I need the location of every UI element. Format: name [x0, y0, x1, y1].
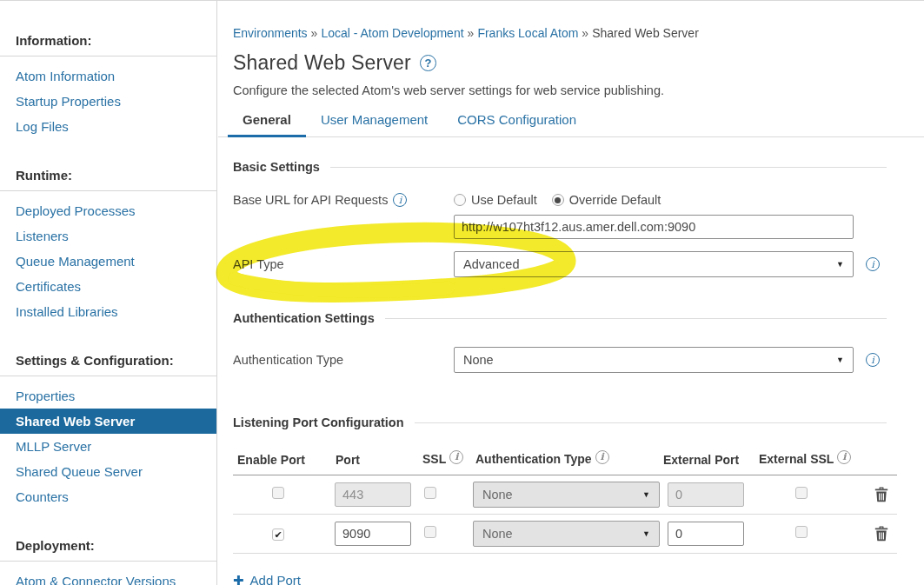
sidebar-item-atom-information[interactable]: Atom Information — [0, 63, 216, 89]
section-rule — [415, 422, 887, 423]
section-basic-settings: Basic Settings — [233, 160, 887, 174]
delete-port-button[interactable] — [874, 526, 888, 542]
help-icon[interactable]: ? — [420, 55, 436, 71]
breadcrumb-link-environment[interactable]: Local - Atom Development — [321, 26, 463, 40]
radio-dot — [555, 197, 561, 203]
col-port: Port — [333, 453, 422, 467]
sidebar-item-shared-queue-server[interactable]: Shared Queue Server — [0, 459, 216, 484]
radio-use-default-label: Use Default — [471, 193, 537, 207]
radio-override-default-control[interactable] — [552, 194, 564, 206]
section-listening-port-configuration-label: Listening Port Configuration — [233, 415, 404, 429]
radio-use-default[interactable]: Use Default — [454, 193, 537, 207]
section-rule — [330, 167, 887, 168]
sidebar-item-counters[interactable]: Counters — [0, 484, 216, 509]
dropdown-caret-icon: ▼ — [642, 490, 650, 499]
sidebar-item-deployed-processes[interactable]: Deployed Processes — [0, 198, 216, 223]
dropdown-caret-icon: ▼ — [642, 529, 650, 538]
tab-user-management[interactable]: User Management — [306, 112, 442, 137]
sidebar-item-properties[interactable]: Properties — [0, 383, 216, 409]
delete-port-button[interactable] — [874, 487, 888, 502]
enable-port-checkbox[interactable]: ✔ — [272, 528, 284, 541]
authentication-type-select[interactable]: None ▼ — [454, 347, 854, 373]
breadcrumb-link-atom[interactable]: Franks Local Atom — [477, 26, 578, 40]
section-listening-port-configuration: Listening Port Configuration — [233, 415, 887, 429]
external-ssl-info-icon[interactable]: i — [837, 450, 851, 464]
main-panel: Environments»Local - Atom Development»Fr… — [218, 1, 924, 585]
auth-type-info-icon[interactable]: i — [595, 450, 609, 464]
sidebar-item-log-files[interactable]: Log Files — [0, 114, 216, 139]
settings-sidebar: Information: Atom Information Startup Pr… — [0, 1, 217, 585]
section-basic-settings-label: Basic Settings — [233, 160, 320, 174]
col-external-port: External Port — [663, 453, 756, 467]
breadcrumb-current: Shared Web Server — [592, 26, 699, 40]
breadcrumb: Environments»Local - Atom Development»Fr… — [233, 26, 924, 40]
port-row-9090: ✔ ✔ None▼ ✔ — [233, 515, 897, 554]
port-row-443: ✔ ✔ None▼ ✔ — [233, 475, 897, 515]
col-enable-port: Enable Port — [233, 453, 333, 467]
sidebar-item-installed-libraries[interactable]: Installed Libraries — [0, 299, 216, 324]
breadcrumb-separator: » — [578, 26, 592, 40]
plus-icon: ✚ — [233, 573, 244, 585]
add-port-label: Add Port — [250, 573, 301, 585]
sidebar-item-shared-web-server[interactable]: Shared Web Server — [0, 409, 216, 434]
api-type-select[interactable]: Advanced ▼ — [454, 251, 854, 277]
authentication-type-label: Authentication Type — [233, 353, 343, 367]
port-table: Enable Port Port SSLi Authentication Typ… — [233, 452, 897, 554]
breadcrumb-link-environments[interactable]: Environments — [233, 26, 308, 40]
authentication-type-value: None — [463, 353, 494, 367]
radio-override-default-label: Override Default — [569, 193, 661, 207]
row-auth-type-select[interactable]: None▼ — [473, 521, 660, 547]
ssl-info-icon[interactable]: i — [449, 450, 463, 464]
breadcrumb-separator: » — [308, 26, 322, 40]
page-subtitle: Configure the selected Atom's web server… — [233, 83, 924, 97]
sidebar-item-atom-connector-versions[interactable]: Atom & Connector Versions — [0, 568, 216, 585]
check-icon: ✔ — [274, 530, 282, 540]
api-type-info-icon[interactable]: i — [866, 257, 880, 271]
authentication-type-info-icon[interactable]: i — [866, 353, 880, 367]
dropdown-caret-icon: ▼ — [836, 356, 844, 364]
tab-general[interactable]: General — [228, 112, 306, 137]
ssl-checkbox[interactable]: ✔ — [424, 526, 436, 538]
base-url-label: Base URL for API Requests i — [233, 193, 454, 207]
ssl-checkbox[interactable]: ✔ — [424, 487, 436, 499]
radio-override-default[interactable]: Override Default — [552, 193, 661, 207]
external-ssl-checkbox[interactable]: ✔ — [795, 487, 808, 499]
sidebar-item-certificates[interactable]: Certificates — [0, 274, 216, 299]
api-type-label: API Type — [233, 257, 284, 271]
sidebar-item-queue-management[interactable]: Queue Management — [0, 249, 216, 274]
tab-cors-configuration[interactable]: CORS Configuration — [442, 112, 591, 137]
section-rule — [385, 318, 887, 319]
external-port-input[interactable] — [668, 522, 744, 546]
port-table-header: Enable Port Port SSLi Authentication Typ… — [233, 452, 897, 475]
col-ssl-label: SSL — [422, 452, 446, 466]
sidebar-heading-runtime: Runtime: — [0, 168, 216, 191]
dropdown-caret-icon: ▼ — [836, 260, 844, 269]
page-title: Shared Web Server — [233, 51, 411, 75]
base-url-label-text: Base URL for API Requests — [233, 193, 388, 207]
external-port-input[interactable] — [668, 482, 744, 507]
row-auth-type-value: None — [482, 527, 513, 541]
base-url-info-icon[interactable]: i — [393, 193, 407, 207]
sidebar-item-startup-properties[interactable]: Startup Properties — [0, 89, 216, 114]
col-ssl: SSLi — [422, 452, 473, 468]
port-input[interactable] — [335, 482, 411, 507]
radio-use-default-control[interactable] — [454, 194, 466, 206]
sidebar-item-mllp-server[interactable]: MLLP Server — [0, 434, 216, 459]
col-external-ssl: External SSLi — [756, 452, 865, 468]
external-ssl-checkbox[interactable]: ✔ — [795, 526, 808, 538]
base-url-radio-group: Use Default Override Default — [454, 193, 661, 207]
base-url-input[interactable] — [454, 215, 854, 239]
port-input[interactable] — [335, 522, 411, 546]
tab-bar: General User Management CORS Configurati… — [218, 112, 924, 137]
row-auth-type-select[interactable]: None▼ — [473, 482, 660, 508]
enable-port-checkbox[interactable]: ✔ — [272, 487, 284, 499]
sidebar-heading-settings-configuration: Settings & Configuration: — [0, 353, 216, 376]
row-auth-type-value: None — [482, 488, 513, 502]
col-authentication-type-label: Authentication Type — [475, 452, 592, 466]
section-authentication-settings-label: Authentication Settings — [233, 311, 375, 325]
breadcrumb-separator: » — [464, 26, 478, 40]
add-port-button[interactable]: ✚ Add Port — [233, 573, 301, 585]
sidebar-heading-information: Information: — [0, 33, 216, 57]
sidebar-item-listeners[interactable]: Listeners — [0, 223, 216, 249]
section-authentication-settings: Authentication Settings — [233, 311, 887, 325]
